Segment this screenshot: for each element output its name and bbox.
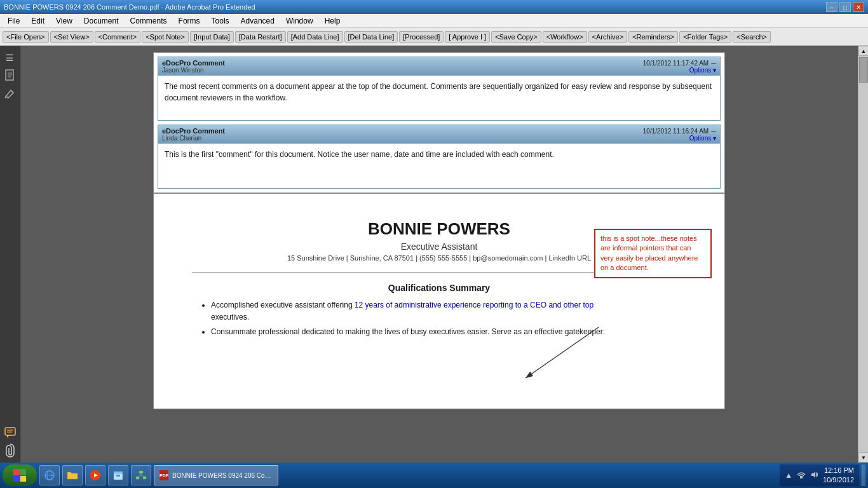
toolbar-data-restart[interactable]: [Data Restart] (235, 31, 286, 43)
svg-line-4 (11, 90, 13, 93)
menu-file[interactable]: File (3, 15, 25, 27)
menu-view[interactable]: View (51, 15, 78, 27)
wmp-icon (90, 470, 101, 481)
resume-section-title: Qualifications Summary (192, 283, 686, 293)
toolbar-spot-note[interactable]: <Spot Note> (142, 31, 189, 43)
taskbar-clock[interactable]: 12:16 PM 10/9/2012 (823, 466, 854, 485)
doc-page: this is a spot note...these notes are in… (153, 193, 725, 409)
spot-note-text: this is a spot note...these notes are in… (600, 234, 698, 271)
title-bar-text: BONNIE POWERS 0924 206 Comment Demo.pdf … (4, 3, 255, 11)
sidebar-icon-edit[interactable] (3, 86, 17, 100)
scroll-up-button[interactable]: ▲ (858, 46, 868, 56)
toolbar-archive[interactable]: <Archive> (588, 31, 628, 43)
sidebar-icon-comment[interactable] (3, 426, 17, 440)
title-bar-controls[interactable]: – □ ✕ (826, 2, 864, 12)
toolbar-folder-tags[interactable]: <Folder Tags> (679, 31, 731, 43)
toolbar-del-data-line[interactable]: [Del Data Line] (344, 31, 398, 43)
comment-section: eDocPro Comment Jason Winston 10/1/2012 … (153, 52, 725, 193)
svg-rect-21 (136, 477, 139, 479)
resume-bullets: Accomplished executive assistant offerin… (192, 299, 686, 339)
menu-help[interactable]: Help (320, 15, 346, 27)
comment-header-right-2: 10/1/2012 11:16:24 AM ─ Options ▾ (643, 127, 716, 142)
comment-author-1: Jason Winston (162, 67, 225, 74)
scroll-thumb[interactable] (859, 57, 868, 83)
taskbar-acrobat[interactable]: PDF BONNIE POWERS 0924 206 Comm... (154, 465, 278, 485)
taskbar-ie[interactable] (39, 465, 60, 485)
svg-rect-17 (114, 471, 123, 473)
logo-q2 (20, 469, 27, 475)
menu-forms[interactable]: Forms (173, 15, 205, 27)
toolbar: <File Open> <Set View> <Comment> <Spot N… (0, 28, 868, 46)
toolbar-file-open[interactable]: <File Open> (3, 31, 49, 43)
toolbar-save-copy[interactable]: <Save Copy> (491, 31, 541, 43)
right-scrollbar[interactable]: ▲ ▼ (858, 46, 868, 463)
left-sidebar: ☰ (0, 46, 20, 463)
main-layout: ☰ (0, 46, 868, 463)
menu-advanced[interactable]: Advanced (236, 15, 280, 27)
toolbar-input-data[interactable]: [Input Data] (190, 31, 234, 43)
sidebar-icon-menu[interactable]: ☰ (3, 51, 17, 65)
toolbar-add-data-line[interactable]: [Add Data Line] (287, 31, 343, 43)
sidebar-bottom (3, 426, 17, 463)
minimize-button[interactable]: – (826, 2, 837, 12)
maximize-button[interactable]: □ (839, 2, 851, 12)
toolbar-reminders[interactable]: <Reminders> (628, 31, 678, 43)
toolbar-workflow[interactable]: <Workflow> (543, 31, 587, 43)
toolbar-set-view[interactable]: <Set View> (50, 31, 93, 43)
comment-body-2: This is the first "comment" for this doc… (158, 144, 720, 188)
comment-header-1: eDocPro Comment Jason Winston 10/1/2012 … (158, 57, 720, 76)
toolbar-search[interactable]: <Search> (733, 31, 771, 43)
comment-header-2: eDocPro Comment Linda Cherian 10/1/2012 … (158, 125, 720, 144)
svg-line-5 (5, 97, 6, 98)
logo-q4 (20, 476, 27, 482)
scroll-down-button[interactable]: ▼ (858, 452, 868, 463)
comment-minimize-1[interactable]: ─ (711, 59, 716, 67)
highlight-top: top (583, 301, 593, 309)
taskbar-archive[interactable] (108, 465, 128, 485)
clock-time: 12:16 PM (823, 466, 854, 475)
pdf-icon: PDF (158, 470, 170, 481)
spot-note: this is a spot note...these notes are in… (594, 229, 712, 278)
comment-title-2: eDocPro Comment (162, 127, 225, 135)
toolbar-processed[interactable]: [Processed] (399, 31, 444, 43)
comment-header-right-1: 10/1/2012 11:17:42 AM ─ Options ▾ (643, 59, 716, 74)
menu-tools[interactable]: Tools (207, 15, 234, 27)
tray-volume-icon[interactable] (810, 470, 819, 481)
svg-rect-20 (139, 471, 143, 473)
comment-header-left-1: eDocPro Comment Jason Winston (162, 59, 225, 74)
ie-icon (44, 470, 55, 481)
close-button[interactable]: ✕ (853, 2, 864, 12)
doc-area[interactable]: eDocPro Comment Jason Winston 10/1/2012 … (20, 46, 858, 463)
comment-box-2: eDocPro Comment Linda Cherian 10/1/2012 … (158, 125, 721, 189)
svg-line-24 (138, 475, 142, 477)
taskbar-network[interactable] (131, 465, 151, 485)
logo-q1 (13, 469, 20, 475)
comment-box-1: eDocPro Comment Jason Winston 10/1/2012 … (158, 57, 721, 121)
network-icon (135, 470, 147, 481)
menu-edit[interactable]: Edit (26, 15, 50, 27)
start-button[interactable] (3, 464, 37, 486)
bullet-1: Accomplished executive assistant offerin… (211, 299, 686, 323)
menu-comments[interactable]: Comments (125, 15, 172, 27)
comment-options-1[interactable]: Options ▾ (689, 67, 716, 74)
svg-rect-28 (800, 476, 803, 478)
sidebar-icon-attach[interactable] (3, 444, 17, 458)
comment-minimize-2[interactable]: ─ (711, 127, 716, 135)
sidebar-icon-page[interactable] (3, 69, 17, 83)
svg-marker-9 (7, 435, 9, 438)
toolbar-comment[interactable]: <Comment> (95, 31, 141, 43)
taskbar-explorer[interactable] (62, 465, 83, 485)
tray-network-icon[interactable] (796, 470, 806, 481)
toolbar-approve[interactable]: [ Approve I ] (445, 31, 490, 43)
menu-window[interactable]: Window (281, 15, 318, 27)
menu-document[interactable]: Document (79, 15, 124, 27)
comment-body-1: The most recent comments on a document a… (158, 76, 720, 120)
folder-icon (67, 470, 78, 481)
taskbar-wmp[interactable] (85, 465, 105, 485)
tray-arrow-icon[interactable]: ▲ (785, 471, 792, 480)
taskbar-tray: ▲ 12:16 PM 10/9/2012 (780, 464, 859, 486)
page-container: eDocPro Comment Jason Winston 10/1/2012 … (20, 46, 858, 416)
bullet-2: Consummate professional dedicated to mak… (211, 326, 686, 338)
comment-options-2[interactable]: Options ▾ (689, 135, 716, 142)
show-desktop-button[interactable] (862, 464, 865, 486)
